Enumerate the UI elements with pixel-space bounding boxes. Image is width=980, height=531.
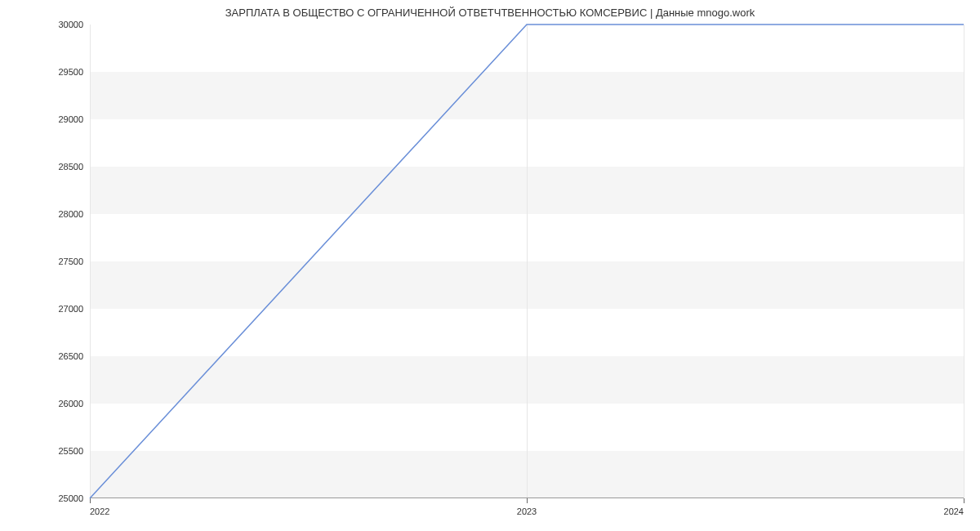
x-axis-tick-label: 2024 [944,498,964,516]
y-axis-tick-label: 28000 [58,209,90,219]
y-axis-tick-label: 26000 [58,399,90,408]
y-axis-tick-label: 25000 [58,493,90,503]
y-axis-tick-label: 30000 [58,20,90,29]
x-axis-tick [964,498,964,503]
y-axis-tick-label: 27500 [58,257,90,266]
chart-line-svg [90,25,964,498]
y-axis-tick-label: 29500 [58,67,90,77]
grid-line-vertical [964,25,964,498]
y-axis-tick-label: 28500 [58,162,90,172]
x-axis-tick-label: 2022 [90,498,109,516]
chart-plot-area: 2500025500260002650027000275002800028500… [90,25,964,498]
y-axis-tick-label: 29000 [58,114,90,124]
y-axis-tick-label: 25500 [58,446,90,456]
chart-title: ЗАРПЛАТА В ОБЩЕСТВО С ОГРАНИЧЕННОЙ ОТВЕТ… [0,0,980,25]
y-axis-tick-label: 26500 [58,351,90,361]
data-series-line [90,25,964,498]
x-axis-tick-label: 2023 [517,498,537,516]
y-axis-tick-label: 27000 [58,304,90,314]
